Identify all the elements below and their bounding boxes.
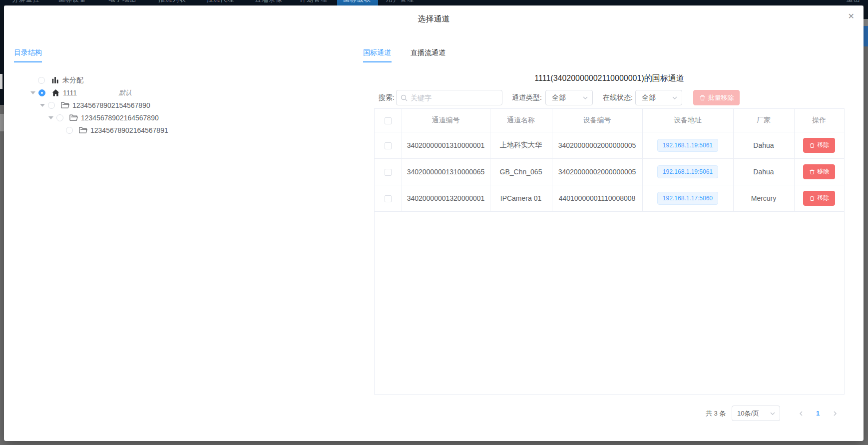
org-bars-icon: [51, 76, 59, 84]
remove-label: 移除: [817, 141, 829, 149]
nav-item[interactable]: 分屏监控: [12, 0, 40, 5]
directory-tree: 未分配 1111 默认 12345678902154567890 12: [4, 74, 334, 136]
device-address-tag: 192.168.1.17:5060: [657, 192, 718, 205]
background-fragment: [864, 26, 868, 46]
next-page-button[interactable]: [827, 406, 843, 421]
close-icon[interactable]: ✕: [848, 11, 855, 21]
folder-icon: [79, 126, 87, 134]
row-checkbox[interactable]: [385, 195, 392, 202]
batch-remove-label: 批量移除: [708, 93, 734, 102]
nav-item[interactable]: 推流列表: [158, 0, 186, 5]
tree-node-label[interactable]: 1111: [63, 89, 77, 97]
search-input[interactable]: [411, 94, 498, 102]
trash-icon: [809, 195, 815, 201]
caret-down-icon[interactable]: [40, 104, 45, 107]
remove-label: 移除: [817, 194, 829, 202]
folder-icon: [69, 114, 78, 122]
tree-node-folder[interactable]: 12345678902164567890: [4, 111, 334, 124]
nav-item[interactable]: 国标设备: [58, 0, 86, 5]
nav-item[interactable]: 电子地图: [108, 0, 136, 5]
chevron-down-icon: [582, 95, 588, 101]
default-badge: 默认: [119, 88, 132, 97]
radio-unchecked[interactable]: [66, 127, 73, 134]
tab-gb-channel[interactable]: 国标通道: [363, 48, 391, 57]
select-channel-dialog: 选择通道 ✕ 目录结构 未分配 1111 默认 12345678: [4, 5, 864, 441]
background-fragment: [0, 114, 4, 131]
chevron-down-icon: [672, 95, 678, 101]
cell-channel-id: 34020000001310000065: [402, 158, 490, 185]
col-header-device-address: 设备地址: [642, 109, 733, 132]
col-header-device-id: 设备编号: [552, 109, 642, 132]
col-header-channel-id: 通道编号: [402, 109, 490, 132]
remove-button[interactable]: 移除: [803, 138, 835, 153]
channel-type-select[interactable]: 全部: [545, 90, 593, 105]
online-status-select[interactable]: 全部: [635, 90, 682, 105]
cell-device-id: 34020000002000000005: [552, 158, 642, 185]
tree-node-folder[interactable]: 12345678902164567891: [4, 124, 334, 136]
radio-checked[interactable]: [38, 89, 45, 96]
cell-vendor: Mercury: [733, 185, 794, 211]
tab-stream-channel[interactable]: 直播流通道: [411, 48, 445, 57]
cell-vendor: Dahua: [733, 132, 794, 158]
tree-node-folder[interactable]: 12345678902154567890: [4, 99, 334, 111]
tab-directory-structure[interactable]: 目录结构: [14, 48, 42, 57]
row-checkbox[interactable]: [385, 169, 392, 176]
col-header-action: 操作: [794, 109, 844, 132]
active-tab-underline: [14, 61, 42, 62]
radio-unchecked[interactable]: [38, 77, 45, 84]
background-fragment: [0, 74, 2, 89]
radio-unchecked[interactable]: [56, 114, 63, 121]
col-header-vendor: 厂家: [733, 109, 794, 132]
home-icon: [51, 89, 60, 97]
batch-remove-button[interactable]: 批量移除: [693, 90, 740, 105]
nav-item[interactable]: 拉流代理: [206, 0, 234, 5]
select-all-checkbox[interactable]: [385, 117, 392, 124]
remove-button[interactable]: 移除: [803, 191, 835, 206]
cell-device-id: 34020000002000000005: [552, 132, 642, 158]
table-header-row: 通道编号 通道名称 设备编号 设备地址 厂家 操作: [375, 109, 844, 132]
radio-unchecked[interactable]: [48, 102, 55, 109]
background-fragment: [0, 0, 4, 105]
tree-node-label[interactable]: 未分配: [62, 76, 83, 85]
dialog-title: 选择通道: [4, 14, 864, 24]
trash-icon: [699, 94, 706, 101]
top-navbar: 分屏监控 国标设备 电子地图 推流列表 拉流代理 云端录像 计划管理 国标级联 …: [0, 0, 868, 5]
search-box[interactable]: [396, 90, 502, 105]
chevron-down-icon: [770, 411, 776, 417]
cell-channel-name: IPCamera 01: [490, 185, 552, 211]
device-address-tag: 192.168.1.19:5061: [657, 165, 718, 178]
nav-item[interactable]: 云端录像: [255, 0, 283, 5]
trash-icon: [809, 142, 815, 148]
nav-item-active[interactable]: 国标级联: [343, 0, 371, 5]
caret-down-icon[interactable]: [30, 91, 35, 94]
background-fragment: [864, 19, 868, 26]
search-label: 搜索:: [379, 90, 395, 105]
remove-button[interactable]: 移除: [803, 164, 835, 179]
tree-node-label[interactable]: 12345678902164567891: [90, 126, 168, 134]
page-size-value: 10条/页: [737, 409, 759, 418]
tree-node-label[interactable]: 12345678902164567890: [81, 114, 159, 122]
cell-channel-id: 34020000001320000001: [402, 185, 490, 211]
tree-node-unassigned[interactable]: 未分配: [4, 74, 334, 86]
tree-node-label[interactable]: 12345678902154567890: [72, 101, 150, 109]
folder-icon: [61, 101, 69, 109]
prev-page-button[interactable]: [793, 406, 809, 421]
chevron-right-icon: [832, 411, 838, 417]
device-address-tag: 192.168.1.19:5061: [657, 139, 718, 152]
table-row: 34020000001310000001 上地科实大华 340200000020…: [375, 132, 844, 158]
nav-item-right[interactable]: 退出: [847, 0, 861, 5]
channel-type-label: 通道类型:: [512, 90, 542, 105]
tree-node-1111[interactable]: 1111 默认: [4, 86, 334, 99]
remove-label: 移除: [817, 167, 829, 176]
search-icon: [401, 94, 408, 101]
page-number-current[interactable]: 1: [810, 406, 826, 421]
page-size-select[interactable]: 10条/页: [732, 406, 780, 421]
pagination-total: 共 3 条: [706, 406, 726, 421]
cell-channel-name: GB_Chn_065: [490, 158, 552, 185]
background-right-strip: [864, 0, 868, 445]
caret-down-icon[interactable]: [48, 116, 53, 119]
active-tab-underline: [363, 61, 392, 62]
row-checkbox[interactable]: [385, 142, 392, 149]
nav-item[interactable]: 计划管理: [300, 0, 328, 5]
nav-item[interactable]: 用户管理: [386, 0, 414, 5]
